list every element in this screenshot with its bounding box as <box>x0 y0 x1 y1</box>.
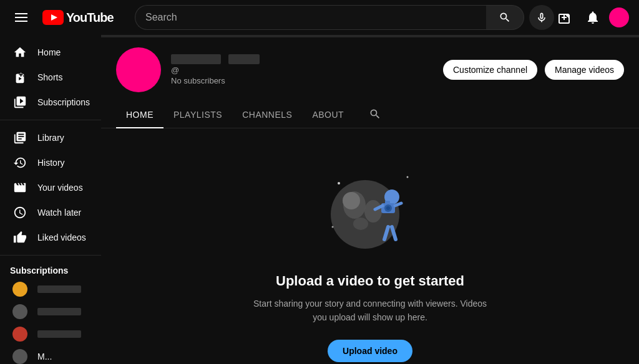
bell-icon <box>585 10 600 25</box>
history-icon <box>12 155 27 170</box>
svg-point-13 <box>386 206 390 210</box>
sub-avatar-2 <box>12 304 27 319</box>
create-button[interactable] <box>554 6 577 29</box>
search-area <box>135 5 554 30</box>
sidebar-item-watch-later[interactable]: Watch later <box>2 200 99 225</box>
sidebar-label-library: Library <box>37 133 64 143</box>
watch-later-icon <box>12 205 27 220</box>
channel-subscribers: No subscribers <box>171 76 433 85</box>
svg-point-20 <box>407 176 409 178</box>
svg-rect-0 <box>15 13 27 14</box>
channel-name-block-1 <box>171 54 221 64</box>
sidebar-item-home[interactable]: Home <box>2 40 99 65</box>
youtube-logo[interactable]: YouTube <box>42 10 114 25</box>
svg-point-7 <box>364 200 382 223</box>
channel-tabs: HOME PLAYLISTS CHANNELS ABOUT <box>101 102 639 128</box>
channel-info-bar: @ No subscribers Customize channel Manag… <box>101 37 639 102</box>
header-left: YouTube <box>10 8 135 27</box>
channel-name-row <box>171 54 433 64</box>
sidebar-divider-2 <box>0 255 101 256</box>
channel-meta: @ No subscribers <box>171 54 433 85</box>
subscription-item-2[interactable] <box>2 300 99 323</box>
subscription-item-3[interactable] <box>2 323 99 345</box>
sidebar-item-subscriptions[interactable]: Subscriptions <box>2 90 99 115</box>
svg-rect-1 <box>15 17 27 18</box>
channel-search-icon <box>369 108 381 120</box>
channel-name-block-2 <box>228 54 260 64</box>
search-icon <box>499 11 511 24</box>
sub-avatar-3 <box>12 327 27 342</box>
tab-playlists[interactable]: PLAYLISTS <box>163 102 232 128</box>
svg-rect-2 <box>15 21 27 22</box>
shorts-icon <box>12 70 27 85</box>
sidebar-label-your-videos: Your videos <box>37 183 83 193</box>
channel-search-button[interactable] <box>364 103 386 127</box>
hamburger-button[interactable] <box>10 8 32 27</box>
sidebar-label-liked-videos: Liked videos <box>37 232 86 242</box>
home-icon <box>12 45 27 60</box>
search-form <box>135 5 524 30</box>
sidebar-item-your-videos[interactable]: Your videos <box>2 175 99 200</box>
sidebar-item-library[interactable]: Library <box>2 125 99 150</box>
svg-point-8 <box>353 218 368 230</box>
sidebar-label-watch-later: Watch later <box>37 208 81 218</box>
sub-name-4: M... <box>37 352 52 362</box>
content-area: @ No subscribers Customize channel Manag… <box>101 35 639 364</box>
upload-video-button[interactable]: Upload video <box>328 340 412 362</box>
user-avatar[interactable] <box>609 7 629 27</box>
empty-state-title: Upload a video to get started <box>276 273 464 289</box>
sidebar-label-history: History <box>37 158 65 168</box>
svg-point-9 <box>343 192 360 209</box>
sidebar-label-subscriptions: Subscriptions <box>37 97 90 107</box>
library-icon <box>12 130 27 145</box>
channel-actions: Customize channel Manage videos <box>443 60 624 80</box>
empty-illustration <box>320 158 420 258</box>
logo-text: YouTube <box>66 11 114 25</box>
your-videos-icon <box>12 180 27 195</box>
manage-videos-button[interactable]: Manage videos <box>545 60 624 80</box>
empty-state: Upload a video to get started Start shar… <box>101 128 639 364</box>
tab-channels[interactable]: CHANNELS <box>232 102 302 128</box>
sub-avatar-4 <box>12 349 27 364</box>
sub-name-1 <box>37 285 81 293</box>
search-button[interactable] <box>486 5 524 30</box>
subscription-item-1[interactable] <box>2 278 99 300</box>
subscriptions-icon <box>12 95 27 110</box>
header-right <box>554 6 629 29</box>
youtube-icon <box>42 10 64 25</box>
channel-avatar <box>116 47 161 92</box>
tab-about[interactable]: ABOUT <box>302 102 354 128</box>
sub-name-3 <box>37 330 81 338</box>
header: YouTube <box>0 0 639 35</box>
channel-handle: @ <box>171 65 433 75</box>
svg-point-21 <box>332 226 334 228</box>
tab-home[interactable]: HOME <box>116 102 163 128</box>
sidebar-divider-1 <box>0 120 101 120</box>
sidebar: Home Shorts Subscriptions Library <box>0 35 101 364</box>
sidebar-label-home: Home <box>37 47 61 57</box>
sub-name-2 <box>37 308 81 315</box>
subscription-item-4[interactable]: M... <box>2 345 99 364</box>
subscriptions-section-title: Subscriptions <box>0 261 101 278</box>
sidebar-item-liked-videos[interactable]: Liked videos <box>2 225 99 250</box>
notifications-button[interactable] <box>582 6 604 29</box>
search-input[interactable] <box>135 5 486 30</box>
sub-avatar-1 <box>12 282 27 297</box>
svg-point-19 <box>338 182 340 184</box>
microphone-icon <box>535 11 548 24</box>
create-icon <box>558 10 573 25</box>
hamburger-icon <box>15 13 27 22</box>
svg-rect-14 <box>385 201 390 204</box>
customize-channel-button[interactable]: Customize channel <box>443 60 537 80</box>
liked-videos-icon <box>12 230 27 245</box>
main-layout: Home Shorts Subscriptions Library <box>0 35 639 364</box>
sidebar-label-shorts: Shorts <box>37 72 62 82</box>
empty-state-description: Start sharing your story and connecting … <box>251 297 489 325</box>
voice-search-button[interactable] <box>529 5 554 30</box>
sidebar-item-history[interactable]: History <box>2 150 99 175</box>
sidebar-item-shorts[interactable]: Shorts <box>2 65 99 90</box>
